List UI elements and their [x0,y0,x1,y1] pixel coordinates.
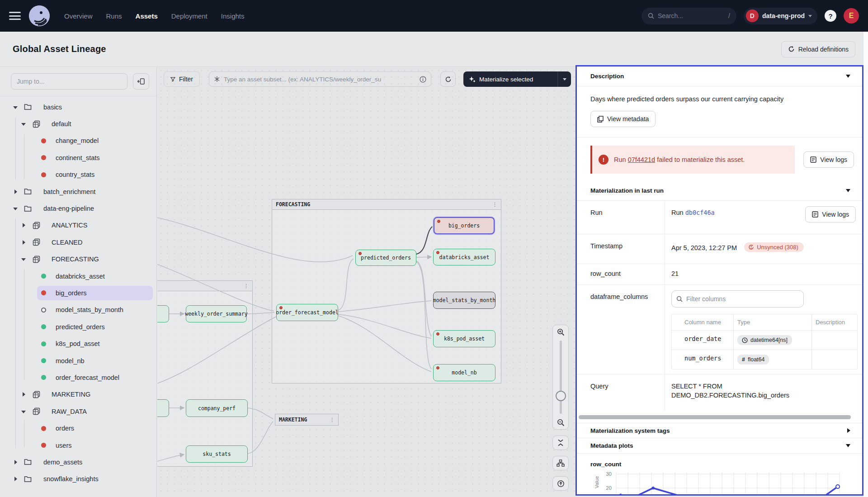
logs-icon [812,211,818,218]
collapse-section-icon[interactable] [846,189,850,192]
sidebar-item-raw-data[interactable]: RAW_DATA [0,403,156,420]
sidebar-item-order-forecast-model[interactable]: order_forecast_model [0,369,156,386]
group-menu-icon[interactable]: ⋮ [244,283,249,289]
section-system-tags[interactable]: Materialization system tags [577,423,862,438]
expand-section-icon[interactable] [847,428,850,433]
asset-group-header[interactable]: FORECASTING ⋮ [272,199,501,210]
asset-subset-input[interactable] [224,76,416,83]
sidebar-item-country-stats[interactable]: country_stats [0,166,156,183]
view-logs-button[interactable]: View logs [805,206,856,222]
sidebar-item-model-stats-by-month[interactable]: model_stats_by_month [0,302,156,318]
jump-to-input[interactable] [11,73,127,90]
caret-right-icon[interactable] [21,223,26,227]
collapse-groups-button[interactable] [552,435,569,450]
failed-run-link[interactable]: 07f4421d [628,156,655,163]
sidebar-item-demo-assets[interactable]: demo_assets [0,454,156,470]
sidebar-item-change-model[interactable]: change_model [0,133,156,149]
sidebar-item-default[interactable]: default [0,115,156,132]
sidebar-item-batch-enrichment[interactable]: batch_enrichment [0,183,156,200]
lineage-canvas[interactable]: Filter [157,67,576,497]
section-metadata-plots[interactable]: Metadata plots [577,438,862,454]
filter-button[interactable]: Filter [164,71,200,87]
caret-down-icon[interactable] [21,257,26,261]
graph-node-company-perf[interactable]: company_perf [186,399,248,417]
graph-node-stub[interactable] [157,399,169,417]
sidebar-item-marketing[interactable]: MARKETING [0,386,156,403]
sidebar-item-k8s-pod-asset[interactable]: k8s_pod_asset [0,335,156,352]
sidebar-item-orders[interactable]: orders [0,420,156,436]
sidebar-item-snowflake-insights[interactable]: snowflake_insights [0,471,156,488]
sidebar-item-analytics[interactable]: ANALYTICS [0,217,156,234]
zoom-in-button[interactable] [552,325,569,339]
sidebar-item-big-orders[interactable]: big_orders [0,284,156,301]
sidebar-item-users[interactable]: users [0,437,156,454]
nav-overview[interactable]: Overview [64,12,93,20]
workspace-switcher[interactable]: D data-eng-prod [744,8,817,24]
group-expand-icon[interactable]: ⋮ [330,417,335,423]
graph-node-k8s-pod-asset[interactable]: k8s_pod_asset [433,330,495,347]
nav-assets[interactable]: Assets [136,12,158,20]
collapse-sidebar-button[interactable] [133,73,149,90]
nav-deployment[interactable]: Deployment [171,12,208,20]
view-metadata-button[interactable]: View metadata [590,111,656,127]
help-button[interactable]: ? [825,10,836,22]
zoom-slider[interactable] [560,341,562,414]
sidebar-item-forecasting[interactable]: FORECASTING [0,251,156,268]
graph-node-databricks-asset[interactable]: databricks_asset [433,249,495,265]
recenter-view-button[interactable] [552,476,569,491]
section-materialization[interactable]: Materialization in last run [577,181,862,201]
caret-down-icon[interactable] [13,105,18,109]
node-label: order_forecast_model [276,309,338,316]
global-search-input[interactable]: Search... / [642,8,736,24]
materialize-options-button[interactable] [557,71,571,87]
asset-group-header[interactable]: ⋮ [157,281,252,291]
sidebar-item-databricks-asset[interactable]: databricks_asset [0,268,156,284]
materialize-selected-button[interactable]: Materialize selected [463,71,571,87]
caret-down-icon[interactable] [21,409,26,414]
graph-node-model-stats-by-month[interactable]: model_stats_by_month [433,292,495,309]
reload-definitions-button[interactable]: Reload definitions [781,41,855,57]
caret-right-icon[interactable] [13,477,18,481]
view-logs-button[interactable]: View logs [803,151,854,168]
graph-node-sku-stats[interactable]: sku_stats [186,445,248,463]
zoom-out-button[interactable] [552,416,569,429]
user-avatar[interactable]: E [844,8,859,24]
graph-node-weekly-order-summary[interactable]: weekly_order_summary [186,305,247,322]
sidebar-item-continent-stats[interactable]: continent_stats [0,149,156,166]
section-description[interactable]: Description [577,66,862,86]
hamburger-menu-icon[interactable] [9,12,21,20]
nav-insights[interactable]: Insights [221,12,245,20]
group-menu-icon[interactable]: ⋮ [492,202,497,208]
caret-right-icon[interactable] [21,392,26,397]
zoom-slider-handle[interactable] [556,391,566,401]
run-id-link[interactable]: db0cf46a [685,209,715,216]
caret-down-icon[interactable] [13,206,18,211]
graph-node-predicted-orders[interactable]: predicted_orders [355,250,416,266]
caret-down-icon[interactable] [21,122,26,126]
nav-runs[interactable]: Runs [106,12,122,20]
layout-graph-button[interactable] [552,456,569,470]
refresh-graph-button[interactable] [440,71,456,87]
caret-right-icon[interactable] [21,240,26,245]
sidebar-item-predicted-orders[interactable]: predicted_orders [0,318,156,335]
graph-node-order-forecast-model[interactable]: order_forecast_model [276,304,338,321]
asset-group-header[interactable]: MARKETING ⋮ [275,414,338,425]
sidebar-item-cleaned[interactable]: CLEANED [0,234,156,251]
node-label: databricks_asset [439,254,490,260]
graph-node-model-nb[interactable]: model_nb [433,364,495,381]
sidebar-item-basics[interactable]: basics [0,99,156,115]
collapse-section-icon[interactable] [846,444,850,447]
graph-node-stub[interactable] [157,305,169,322]
asset-status-dot-green [41,324,46,329]
sidebar-item-data-eng-pipeline[interactable]: data-eng-pipeline [0,200,156,217]
info-icon[interactable] [420,76,426,83]
caret-right-icon[interactable] [13,189,18,194]
graph-node-big-orders[interactable]: big_orders [434,217,495,234]
sidebar-item-model-nb[interactable]: model_nb [0,352,156,369]
filter-columns-input[interactable] [686,295,799,303]
collapse-section-icon[interactable] [846,75,850,78]
unsynced-badge[interactable]: Unsynced (308) [744,242,804,252]
caret-right-icon[interactable] [13,460,18,464]
dagster-logo[interactable] [29,5,50,26]
horizontal-scrollbar[interactable] [579,415,851,419]
